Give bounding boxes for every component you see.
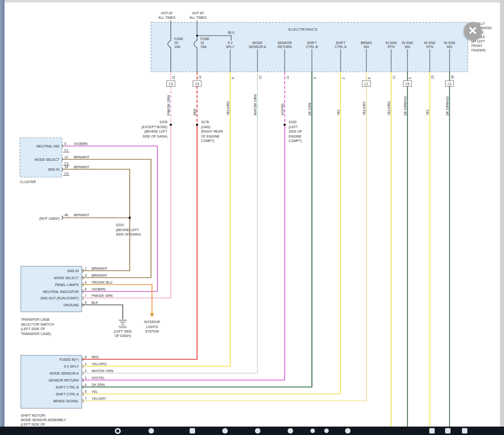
- pin-label: FUSED B(+): [59, 358, 79, 362]
- pin-number: 9: [231, 77, 235, 79]
- taskbar-icon[interactable]: [149, 428, 154, 434]
- connector-label: C4: [64, 172, 69, 175]
- pin-number: 2: [85, 369, 87, 373]
- terminal-label: RETURN: [278, 45, 292, 48]
- splice-label: (GAS): [201, 125, 210, 129]
- taskbar-icon[interactable]: [310, 429, 315, 433]
- taskbar-icon[interactable]: [190, 428, 195, 434]
- splice-label: OF ENGINE: [201, 135, 220, 138]
- fuse-label: FUSE: [174, 37, 184, 41]
- terminal-label: SIG: [447, 45, 453, 48]
- terminal-label: IN SNS: [444, 41, 455, 45]
- ground-label-line: G201: [119, 325, 127, 329]
- splice-label: COMPT): [289, 139, 302, 143]
- wire-yel-gry: [82, 72, 366, 401]
- pin-number: 10: [392, 75, 396, 79]
- wire-color-label: YEL: [337, 109, 340, 115]
- wire-name: BRN/WHT: [92, 274, 107, 277]
- fuse-label: 10A: [174, 45, 181, 48]
- terminal-label: SENSOR: [278, 41, 292, 45]
- terminal-label: SPLY: [226, 45, 235, 48]
- splice-label: SIDE OF DASH): [116, 233, 141, 237]
- wiring-diagram: ELECTRONICS B(+) CLUSTER (NOT USED) 46 B…: [0, 0, 504, 435]
- connector-label: C5: [405, 82, 410, 86]
- wire-wht-dk-grn: [82, 72, 257, 373]
- junction-dot: [196, 35, 198, 37]
- cluster-caption: CLUSTER: [20, 180, 36, 184]
- taskbar-icon[interactable]: [345, 428, 351, 434]
- splice-label: (EXCEPT BOSE): [142, 125, 167, 129]
- wire-color-label: YEL/ORG: [387, 101, 391, 115]
- hot-at-all-times-label: ALL TIMES: [190, 16, 207, 19]
- interior-lights-arrow: [150, 313, 154, 317]
- system-label-line: INTERIOR: [144, 320, 160, 324]
- wire-name: WHT/DK GRN: [92, 369, 113, 373]
- pin-number: 3: [313, 77, 316, 79]
- ground-label-line: (LEFT SIDE: [114, 330, 132, 334]
- pin-number: 5: [408, 77, 412, 79]
- taskbar-icon[interactable]: [288, 428, 293, 434]
- splice-label: S205: [159, 120, 167, 124]
- taskbar-icon[interactable]: [429, 428, 435, 434]
- tipm-name-line: FENDER): [471, 48, 486, 52]
- pin-number: 16: [451, 75, 454, 79]
- pin-number: 5: [64, 142, 66, 145]
- splice-label: SIDE OF DASH): [143, 135, 167, 139]
- wire-red: [82, 125, 197, 359]
- wire-color-label: RED: [193, 108, 197, 115]
- wire-name: BRN/WHT: [74, 155, 90, 159]
- ground-label-line: OF DASH): [115, 334, 131, 338]
- wire-name: BRN/WHT: [74, 165, 90, 169]
- wire-color-label: YEL/GRY: [362, 101, 366, 115]
- wire-color-label: YEL/ORG: [226, 101, 230, 115]
- wire-color-label: WHT/DK GRN: [253, 95, 257, 115]
- terminal-label: SIG: [363, 45, 369, 48]
- pin-number: 12: [64, 155, 68, 159]
- component-caption-line: (LEFT SIDE OF: [21, 327, 45, 331]
- tipm-name-line: FRONT: [471, 44, 482, 48]
- wire-color-label: PNK/DK GRN: [167, 95, 170, 115]
- wire-name: BLK: [92, 301, 98, 304]
- pin-label: SHIFT CTRL A: [56, 392, 79, 396]
- terminal-label: BRAKE: [360, 41, 372, 45]
- terminal-label: MODE: [252, 41, 263, 45]
- taskbar-icon[interactable]: [445, 428, 451, 434]
- pin-number: 7: [85, 294, 87, 297]
- close-button[interactable]: ✕: [463, 22, 482, 41]
- pin-number: 6: [85, 288, 87, 291]
- pin-number: 1: [85, 362, 87, 366]
- splice-s178-dot: [196, 124, 199, 126]
- wire-name: BRN/WHT: [92, 267, 107, 270]
- pin-number: 7: [85, 397, 87, 400]
- pin-number: 10: [258, 75, 262, 79]
- pin-label: PANEL LAMPS: [55, 283, 79, 287]
- bplus-label: B(+): [228, 31, 234, 35]
- pin-number: 21: [172, 75, 175, 79]
- wire-name: YEL/GRY: [92, 397, 106, 400]
- module-title: ELECTRONICS: [289, 27, 318, 32]
- taskbar-icon[interactable]: [222, 428, 228, 434]
- component-caption-line: SELECTOR SWITCH: [21, 323, 54, 326]
- taskbar: [0, 427, 504, 435]
- wire-brn-wht-mode: [62, 159, 151, 278]
- terminal-label: 5 V: [228, 41, 233, 45]
- pin-label: SNS IN: [48, 168, 59, 171]
- hot-at-all-times-label: ALL TIMES: [158, 16, 176, 19]
- splice-label: S203: [116, 223, 124, 227]
- taskbar-icon[interactable]: [255, 428, 260, 434]
- terminal-label: CTRL A: [335, 45, 347, 48]
- taskbar-icon[interactable]: [324, 429, 329, 433]
- window-edge-top: [4, 0, 500, 2]
- scrollbar[interactable]: [500, 0, 504, 435]
- hot-at-all-times-label: HOT AT: [161, 11, 173, 15]
- taskbar-icon[interactable]: [462, 428, 467, 434]
- connector-label: C1: [364, 82, 369, 86]
- splice-label: (BEHIND LEFT: [116, 228, 139, 232]
- terminal-label: SHIFT: [307, 41, 317, 45]
- pin-label: GROUND: [63, 303, 79, 307]
- splice-label: (RIGHT REAR: [201, 130, 223, 134]
- wire-vio-yel: [82, 125, 285, 380]
- taskbar-icon[interactable]: [115, 428, 121, 434]
- splice-label: ENGINE: [289, 135, 302, 138]
- pin-number: 4: [85, 281, 87, 284]
